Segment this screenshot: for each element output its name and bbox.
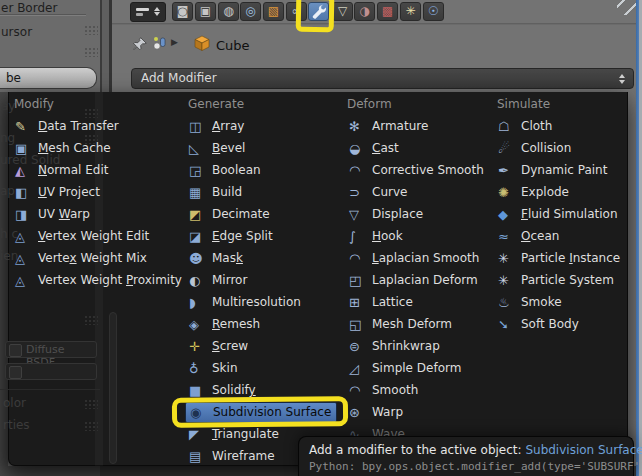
tab-particles[interactable]: ✳: [400, 2, 421, 21]
smooth-icon: ◠: [349, 380, 372, 401]
editor-resize-corner[interactable]: [617, 0, 638, 15]
menu-item-armature[interactable]: ✻Armature: [349, 116, 428, 137]
ghost-properties-panel-header: rties: [3, 418, 30, 432]
menu-item-dynamic-paint[interactable]: ✒Dynamic Paint: [498, 160, 607, 181]
ghost-node-icon: [9, 344, 22, 357]
build-icon: ▦: [189, 182, 212, 203]
menu-item-hook[interactable]: ∫Hook: [349, 226, 403, 247]
menu-item-corrective-smooth[interactable]: ◠Corrective Smooth: [349, 160, 484, 181]
tooltip-python-line: Python: bpy.ops.object.modifier_add(type…: [309, 460, 623, 473]
tab-physics[interactable]: ☉: [423, 2, 444, 21]
menu-item-skin[interactable]: ♁Skin: [189, 358, 238, 379]
cube-list-button[interactable]: be: [0, 67, 97, 89]
menu-item-laplacian-smooth[interactable]: ◠Laplacian Smooth: [349, 248, 479, 269]
menu-item-multiresolution[interactable]: ◗Multiresolution: [189, 292, 301, 313]
menu-item-cloth[interactable]: ☖Cloth: [498, 116, 552, 137]
menu-column-header-simulate: Simulate: [497, 97, 550, 111]
menu-item-label: Particle System: [521, 270, 614, 291]
menu-item-uv-warp[interactable]: ◨UV Warp: [15, 204, 90, 225]
particles-icon: ✳: [405, 4, 415, 18]
menu-item-vertex-weight-edit[interactable]: ◬Vertex Weight Edit: [15, 226, 149, 247]
menu-item-label: Displace: [372, 204, 423, 225]
panel-grip-handle[interactable]: [84, 25, 98, 35]
menu-item-fluid-simulation[interactable]: ◆Fluid Simulation: [498, 204, 618, 225]
menu-item-label: Data Transfer: [38, 116, 119, 137]
menu-item-decimate[interactable]: ◩Decimate: [189, 204, 270, 225]
header-separator: [112, 23, 642, 25]
menu-column-header-deform: Deform: [347, 97, 392, 111]
menu-item-cast[interactable]: ◒Cast: [349, 138, 399, 159]
menu-item-displace[interactable]: ▽Displace: [349, 204, 423, 225]
panel-grip-handle[interactable]: [84, 47, 98, 57]
menu-item-particle-instance[interactable]: ✳Particle Instance: [498, 248, 620, 269]
menu-item-soft-body[interactable]: ➘Soft Body: [498, 314, 579, 335]
menu-item-screw[interactable]: ✛Screw: [189, 336, 248, 357]
cursor-panel-header[interactable]: ursor: [1, 25, 32, 39]
add-modifier-dropdown[interactable]: Add Modifier: [131, 68, 634, 89]
menu-item-smoke[interactable]: ♨Smoke: [498, 292, 562, 313]
pin-icon[interactable]: [133, 36, 148, 51]
mesh-deform-icon: ◱: [349, 314, 372, 335]
menu-item-explode[interactable]: ✺Explode: [498, 182, 569, 203]
menu-item-data-transfer[interactable]: ✎Data Transfer: [15, 116, 119, 137]
tooltip-text: Add a modifier to the active object: Sub…: [309, 443, 623, 457]
chevron-down-icon: [619, 80, 625, 87]
edge-split-icon: ◪: [189, 226, 212, 247]
menu-item-smooth[interactable]: ◠Smooth: [349, 380, 418, 401]
menu-item-array[interactable]: ◫Array: [189, 116, 244, 137]
menu-item-mesh-deform[interactable]: ◱Mesh Deform: [349, 314, 452, 335]
menu-item-label: Collision: [521, 138, 571, 159]
menu-item-build[interactable]: ▦Build: [189, 182, 242, 203]
tab-render[interactable]: ◙: [172, 2, 193, 21]
chevron-up-icon: [154, 4, 160, 11]
object-icon[interactable]: [152, 35, 168, 51]
tab-object-data[interactable]: ▽: [332, 2, 353, 21]
menu-item-shrinkwrap[interactable]: ⊜Shrinkwrap: [349, 336, 440, 357]
menu-item-curve[interactable]: ⊃Curve: [349, 182, 407, 203]
menu-item-mask[interactable]: ☻Mask: [189, 248, 243, 269]
menu-item-label: Smoke: [521, 292, 562, 313]
tab-object[interactable]: ▧: [263, 2, 284, 21]
ocean-icon: ≈: [498, 226, 521, 247]
chevron-down-icon: [154, 12, 160, 19]
menu-item-uv-project[interactable]: ◧UV Project: [15, 182, 100, 203]
tab-material[interactable]: ◑: [354, 2, 375, 21]
menu-item-wireframe[interactable]: ▤Wireframe: [189, 446, 275, 467]
menu-item-label: Particle Instance: [521, 248, 620, 269]
menu-item-remesh[interactable]: ◈Remesh: [189, 314, 260, 335]
menu-item-normal-edit[interactable]: ◭Normal Edit: [15, 160, 108, 181]
curve-icon: ⊃: [349, 182, 372, 203]
tab-render-layers[interactable]: ▣: [195, 2, 216, 21]
menu-item-mesh-cache[interactable]: ▣Mesh Cache: [15, 138, 111, 159]
editor-type-selector[interactable]: [130, 2, 166, 22]
menu-item-vertex-weight-proximity[interactable]: ◬Vertex Weight Proximity: [15, 270, 182, 291]
menu-item-label: Dynamic Paint: [521, 160, 607, 181]
menu-item-collision[interactable]: ☄Collision: [498, 138, 571, 159]
cloth-icon: ☖: [498, 116, 521, 137]
menu-item-warp[interactable]: ⊛Warp: [349, 402, 403, 423]
tooltip-modifier-name: Subdivision Surface: [525, 443, 642, 457]
menu-item-edge-split[interactable]: ◪Edge Split: [189, 226, 273, 247]
corrective-smooth-icon: ◠: [349, 160, 372, 181]
menu-item-particle-system[interactable]: ✳Particle System: [498, 270, 614, 291]
menu-item-label: Corrective Smooth: [372, 160, 484, 181]
boolean-icon: ◲: [189, 160, 212, 181]
menu-item-label: Mask: [212, 248, 243, 269]
menu-item-laplacian-deform[interactable]: ◰Laplacian Deform: [349, 270, 478, 291]
textures-icon: ▩: [382, 4, 393, 18]
menu-item-mirror[interactable]: ◐Mirror: [189, 270, 247, 291]
menu-item-ocean[interactable]: ≈Ocean: [498, 226, 559, 247]
menu-item-simple-deform[interactable]: ◿Simple Deform: [349, 358, 461, 379]
menu-item-vertex-weight-mix[interactable]: ◬Vertex Weight Mix: [15, 248, 147, 269]
breadcrumb-object-name[interactable]: Cube: [216, 38, 250, 53]
menu-item-label: Mirror: [212, 270, 247, 291]
tab-world[interactable]: ◎: [240, 2, 261, 21]
tab-textures[interactable]: ▩: [377, 2, 398, 21]
render-border-button[interactable]: er Border: [1, 1, 57, 15]
physics-icon: ☉: [428, 4, 439, 18]
menu-item-bevel[interactable]: ◺Bevel: [189, 138, 245, 159]
menu-item-lattice[interactable]: ⊞Lattice: [349, 292, 413, 313]
tab-scene[interactable]: ◍: [218, 2, 239, 21]
mirror-icon: ◐: [189, 270, 212, 291]
menu-item-boolean[interactable]: ◲Boolean: [189, 160, 261, 181]
